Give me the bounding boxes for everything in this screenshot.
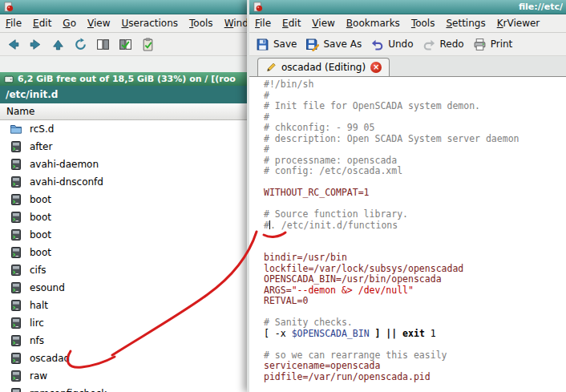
code-line: # [264, 144, 566, 156]
refresh-button[interactable] [71, 35, 91, 54]
menu-item-view[interactable]: View [82, 15, 115, 31]
file-name: avahi-dnsconfd [30, 176, 103, 188]
menu-item-edit[interactable]: Edit [27, 15, 57, 31]
file-row-halt[interactable]: halt [0, 297, 257, 314]
panel-spacer [0, 56, 257, 72]
file-list: rcS.dafteravahi-daemonavahi-dnsconfdboot… [0, 120, 257, 392]
editor-menubar: FileEditViewBookmarksToolsSettingsKrView… [249, 14, 566, 33]
file-name: rpmconfigcheck [30, 388, 107, 392]
file-row-cifs[interactable]: cifs [0, 261, 257, 279]
print-button[interactable]: Print [470, 35, 516, 54]
arrow-up-button[interactable] [48, 35, 68, 54]
redo-icon [422, 38, 436, 51]
menu-item-edit[interactable]: Edit [277, 15, 306, 31]
menu-item-file[interactable]: File [249, 15, 277, 31]
file-name: oscadad [30, 353, 70, 364]
file-row-rcS.d[interactable]: rcS.d [0, 120, 257, 138]
menu-item-settings[interactable]: Settings [440, 15, 491, 31]
editor-titlebar[interactable]: file://etc/ [249, 0, 566, 14]
file-row-oscadad[interactable]: oscadad [0, 350, 257, 367]
redo-button[interactable]: Redo [419, 35, 467, 54]
file-row-esound[interactable]: esound [0, 279, 257, 297]
window-title: file://etc/ [519, 2, 563, 12]
file-name: boot [30, 194, 51, 205]
tab-close-button[interactable]: × [370, 62, 382, 73]
refresh-icon [74, 38, 87, 51]
toolbar-button-label: Print [491, 38, 513, 50]
file-name: boot [30, 247, 51, 258]
file-row-avahi-dnsconfd[interactable]: avahi-dnsconfd [0, 173, 257, 191]
window-icon [253, 2, 263, 12]
code-line: ARGS="--demon &> /dev/null" [264, 285, 566, 297]
file-row-boot[interactable]: boot [0, 226, 257, 244]
arrow-right-icon [29, 38, 42, 51]
panels-button[interactable] [93, 35, 113, 54]
file-name: rcS.d [30, 123, 54, 135]
desktop: FileEditGoViewUseractionsToolsWindow 6,2… [0, 0, 566, 392]
panels-icon [96, 38, 110, 51]
script-icon [10, 334, 22, 347]
tab-oscadad[interactable]: oscadad (Editing) × [257, 58, 390, 76]
file-row-nfs[interactable]: nfs [0, 332, 257, 350]
folder-icon [10, 123, 22, 135]
menu-item-krviewer[interactable]: KrViewer [491, 15, 546, 31]
file-name: esound [30, 282, 65, 293]
file-row-boot[interactable]: boot [0, 191, 257, 208]
undo-icon [370, 38, 384, 51]
edit-pencil-icon [265, 62, 277, 73]
arrow-right-button[interactable] [26, 35, 46, 54]
disk-usage-bar: 6,2 GiB free out of 18,5 GiB (33%) on / … [0, 72, 257, 86]
menu-item-file[interactable]: File [0, 15, 27, 31]
current-path-header[interactable]: /etc/init.d [0, 86, 257, 103]
panels-check-button[interactable] [115, 35, 135, 54]
code-editor[interactable]: #!/bin/sh## Init file for OpenSCADA syst… [249, 77, 566, 392]
code-line: # processname: openscada [264, 156, 566, 167]
file-name: raw [30, 370, 47, 382]
window-icon [3, 2, 14, 12]
file-row-boot[interactable]: boot [0, 208, 257, 226]
undo-button[interactable]: Undo [367, 35, 416, 54]
file-name: avahi-daemon [30, 159, 99, 170]
column-header-name[interactable]: Name [0, 103, 257, 120]
code-line: # description: Open SCADA System server … [264, 134, 566, 145]
save-as-button[interactable]: Save As [302, 35, 365, 54]
menu-item-bookmarks[interactable]: Bookmarks [341, 15, 406, 31]
file-row-after[interactable]: after [0, 138, 257, 156]
file-row-rpmconfigcheck[interactable]: rpmconfigcheck [0, 385, 257, 392]
save-button[interactable]: Save [253, 35, 300, 54]
file-manager-menubar: FileEditGoViewUseractionsToolsWindow [0, 14, 257, 33]
code-line: # Sanity checks. [264, 317, 566, 329]
script-icon [10, 140, 22, 153]
script-icon [10, 176, 22, 188]
disk-icon [4, 75, 14, 84]
script-icon [10, 317, 22, 329]
arrow-left-icon [6, 38, 20, 51]
panels-check-icon [119, 38, 132, 51]
file-row-avahi-daemon[interactable]: avahi-daemon [0, 156, 257, 173]
toolbar-button-label: Undo [388, 38, 413, 50]
menu-item-go[interactable]: Go [57, 15, 82, 31]
menu-item-tools[interactable]: Tools [406, 15, 441, 31]
text-editor-window: file://etc/ FileEditViewBookmarksToolsSe… [247, 0, 566, 392]
code-line: # Init file for OpenSCADA system demon. [264, 101, 566, 112]
menu-item-tools[interactable]: Tools [184, 15, 219, 31]
file-row-boot[interactable]: boot [0, 244, 257, 261]
toolbar-button-label: Redo [440, 38, 464, 50]
file-row-raw[interactable]: raw [0, 367, 257, 385]
code-line: WITHOUT_RC_COMPAT=1 [264, 188, 566, 199]
save-as-icon [305, 38, 319, 51]
editor-tabbar: oscadad (Editing) × [249, 56, 566, 77]
menu-item-useractions[interactable]: Useractions [115, 15, 184, 31]
code-line: # [264, 112, 566, 123]
close-icon: × [373, 63, 379, 71]
file-row-lirc[interactable]: lirc [0, 314, 257, 332]
file-manager-titlebar[interactable] [0, 0, 257, 14]
code-line: [ -x $OPENSCADA_BIN ] || exit 1 [264, 329, 566, 340]
menu-item-view[interactable]: View [306, 15, 340, 31]
toolbar-button-label: Save [273, 38, 297, 50]
clipboard-button[interactable] [138, 35, 158, 54]
arrow-left-button[interactable] [3, 35, 23, 54]
code-line: RETVAL=0 [264, 296, 566, 307]
arrow-up-icon [51, 38, 65, 51]
code-line: # Source function library. [264, 209, 566, 220]
